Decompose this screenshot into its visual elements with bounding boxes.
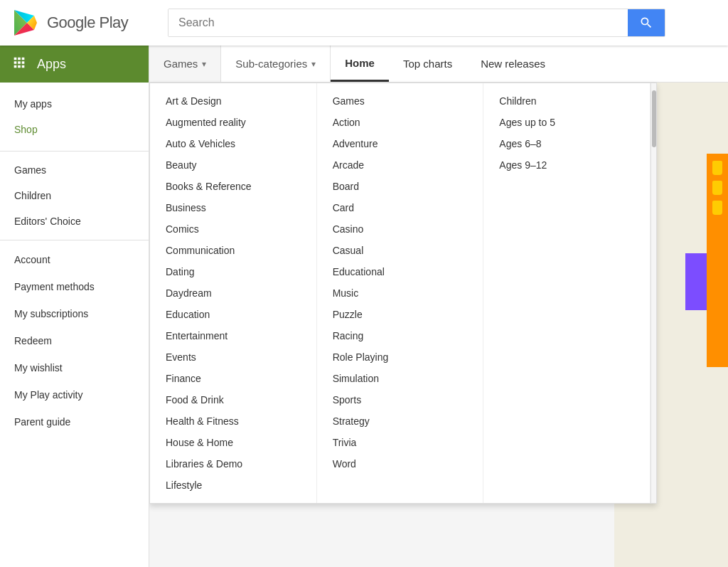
- sidebar-account-section: Account Payment methods My subscriptions…: [0, 240, 149, 441]
- sidebar-item-my-apps[interactable]: My apps: [0, 91, 149, 117]
- dropdown-scrollbar[interactable]: [651, 83, 656, 503]
- dropdown-item[interactable]: Comics: [150, 218, 316, 240]
- sidebar-item-shop[interactable]: Shop: [0, 117, 149, 142]
- dropdown-item[interactable]: Auto & Vehicles: [150, 133, 316, 154]
- dropdown-item[interactable]: Racing: [317, 325, 483, 346]
- dropdown-item[interactable]: Role Playing: [317, 346, 483, 368]
- dropdown-item[interactable]: Simulation: [317, 368, 483, 389]
- scrollbar-thumb: [652, 90, 656, 147]
- dropdown-item[interactable]: Food & Drink: [150, 389, 316, 410]
- logo-area: Google Play: [11, 9, 168, 37]
- dropdown-item[interactable]: Children: [483, 90, 650, 112]
- dropdown-item[interactable]: Puzzle: [317, 304, 483, 325]
- dropdown-item[interactable]: Board: [317, 176, 483, 197]
- sidebar-primary-section: My apps Shop: [0, 83, 149, 152]
- dropdown-item[interactable]: Adventure: [317, 133, 483, 154]
- dropdown-item[interactable]: Daydream: [150, 282, 316, 304]
- pencil-icon-3: [712, 201, 722, 215]
- logo-text: Google Play: [47, 14, 128, 32]
- dropdown-item[interactable]: Health & Fitness: [150, 410, 316, 432]
- header: Google Play: [0, 0, 728, 46]
- dropdown-item[interactable]: Casino: [317, 218, 483, 240]
- tab-top-charts[interactable]: Top charts: [389, 46, 466, 82]
- sidebar-item-children[interactable]: Children: [0, 183, 149, 208]
- sidebar-item-redeem[interactable]: Redeem: [0, 327, 149, 354]
- apps-label: Apps: [37, 57, 66, 72]
- dropdown-item[interactable]: Lifestyle: [150, 475, 316, 496]
- search-input[interactable]: [168, 9, 628, 36]
- subcategories-arrow-icon: ▾: [311, 59, 316, 69]
- search-icon: [639, 16, 653, 30]
- dropdown-col-1: Art & Design Augmented reality Auto & Ve…: [150, 83, 317, 503]
- search-button[interactable]: [628, 9, 665, 36]
- dropdown-item[interactable]: Art & Design: [150, 90, 316, 112]
- dropdown-item[interactable]: Music: [317, 282, 483, 304]
- dropdown-item[interactable]: Books & Reference: [150, 176, 316, 197]
- sidebar-item-my-play-activity[interactable]: My Play activity: [0, 381, 149, 408]
- dropdown-item[interactable]: Libraries & Demo: [150, 453, 316, 475]
- sidebar-item-games[interactable]: Games: [0, 157, 149, 183]
- nav-bar: Games ▾ Sub-categories ▾ Home Top charts…: [149, 46, 728, 83]
- apps-header[interactable]: Apps: [0, 46, 149, 83]
- dropdown-item[interactable]: Augmented reality: [150, 112, 316, 133]
- tab-home[interactable]: Home: [331, 46, 389, 82]
- dropdown-item[interactable]: Finance: [150, 368, 316, 389]
- dropdown-panel: Art & Design Augmented reality Auto & Ve…: [149, 83, 657, 504]
- dropdown-item[interactable]: Ages up to 5: [483, 112, 650, 133]
- dropdown-item[interactable]: Trivia: [317, 432, 483, 453]
- dropdown-item[interactable]: Communication: [150, 240, 316, 261]
- dropdown-item[interactable]: Strategy: [317, 410, 483, 432]
- sidebar-item-my-subscriptions[interactable]: My subscriptions: [0, 300, 149, 327]
- sidebar-item-editors-choice[interactable]: Editors' Choice: [0, 208, 149, 234]
- dropdown-item[interactable]: Action: [317, 112, 483, 133]
- games-dropdown[interactable]: Games ▾: [149, 46, 221, 82]
- google-play-logo-icon: [11, 9, 40, 37]
- dropdown-item[interactable]: Events: [150, 346, 316, 368]
- search-bar: [168, 9, 665, 37]
- dropdown-item[interactable]: Arcade: [317, 154, 483, 176]
- subcategories-label: Sub-categories: [235, 58, 307, 70]
- tab-new-releases[interactable]: New releases: [466, 46, 560, 82]
- dropdown-item[interactable]: Educational: [317, 261, 483, 282]
- games-dropdown-arrow-icon: ▾: [202, 59, 206, 69]
- games-label: Games: [164, 58, 198, 70]
- dropdown-item[interactable]: Beauty: [150, 154, 316, 176]
- dropdown-item[interactable]: Education: [150, 304, 316, 325]
- dropdown-item[interactable]: Ages 6–8: [483, 133, 650, 154]
- dropdown-item[interactable]: Ages 9–12: [483, 154, 650, 176]
- subcategories-dropdown[interactable]: Sub-categories ▾: [221, 46, 331, 82]
- sidebar-nav-section: Games Children Editors' Choice: [0, 152, 149, 240]
- dropdown-item[interactable]: Dating: [150, 261, 316, 282]
- dropdown-item[interactable]: Entertainment: [150, 325, 316, 346]
- sidebar-item-my-wishlist[interactable]: My wishlist: [0, 354, 149, 381]
- dropdown-item[interactable]: Casual: [317, 240, 483, 261]
- pencil-icon-1: [712, 161, 722, 175]
- dropdown-item[interactable]: Card: [317, 197, 483, 218]
- pencil-icon-2: [712, 181, 722, 195]
- main-layout: Apps My apps Shop Games Children Editors…: [0, 46, 728, 567]
- dropdown-item[interactable]: Word: [317, 453, 483, 475]
- apps-grid-icon: [11, 55, 27, 74]
- grid-icon: [11, 55, 27, 70]
- dropdown-item[interactable]: Games: [317, 90, 483, 112]
- dropdown-item[interactable]: House & Home: [150, 432, 316, 453]
- sidebar-item-parent-guide[interactable]: Parent guide: [0, 408, 149, 435]
- dropdown-item[interactable]: Sports: [317, 389, 483, 410]
- sidebar-item-payment-methods[interactable]: Payment methods: [0, 273, 149, 300]
- dropdown-col-3: Children Ages up to 5 Ages 6–8 Ages 9–12: [483, 83, 651, 503]
- sidebar: Apps My apps Shop Games Children Editors…: [0, 46, 149, 567]
- main-content: Games ▾ Sub-categories ▾ Home Top charts…: [149, 46, 728, 567]
- dropdown-col-2: Games Action Adventure Arcade Board Card…: [317, 83, 484, 503]
- sidebar-item-account[interactable]: Account: [0, 246, 149, 273]
- toddler-side-icons: [707, 154, 728, 367]
- dropdown-item[interactable]: Business: [150, 197, 316, 218]
